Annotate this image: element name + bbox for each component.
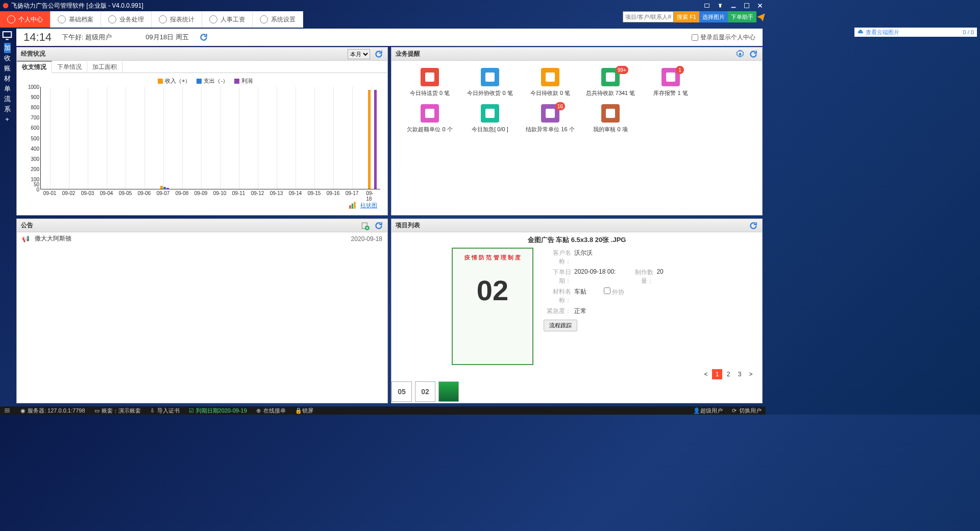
svg-rect-6	[3, 32, 12, 37]
reminder-item-3[interactable]: 99+总共待收款 7341 笔	[582, 68, 639, 97]
reminder-icon	[481, 104, 499, 123]
page-<[interactable]: <	[701, 369, 711, 379]
reminder-item-1[interactable]: 今日外协收货 0 笔	[462, 68, 518, 97]
reminder-item-7[interactable]: 16结款异常单位 16 个	[522, 104, 578, 133]
nav-item-0[interactable]: 个人中心	[0, 11, 51, 28]
sidebar-item-1[interactable]: 收	[4, 53, 11, 63]
svg-rect-14	[546, 73, 555, 82]
svg-rect-8	[349, 205, 351, 209]
project-pager: <123>	[701, 369, 756, 379]
nav-item-1[interactable]: 基础档案	[51, 11, 101, 28]
bar-chart: 0501002003004005006007008009001000 09-01…	[22, 87, 382, 199]
thumb-0[interactable]: 05	[391, 381, 412, 402]
sidebar-item-4[interactable]: 单	[4, 84, 11, 94]
menu-icon[interactable]	[4, 407, 10, 414]
win-skin-icon[interactable]	[703, 2, 710, 9]
search-button[interactable]: 搜索 F1	[674, 11, 699, 22]
win-shirt-icon[interactable]	[717, 2, 724, 9]
svg-rect-17	[425, 109, 434, 118]
page-3[interactable]: 3	[734, 369, 745, 379]
svg-rect-16	[666, 73, 675, 82]
reminder-item-6[interactable]: 今日加急[ 0/0 ]	[462, 104, 518, 133]
nav-item-5[interactable]: 系统设置	[253, 11, 303, 28]
refresh-header-icon[interactable]	[199, 33, 208, 42]
track-button[interactable]: 流程跟踪	[544, 320, 577, 331]
sidebar-monitor-icon[interactable]	[2, 30, 13, 41]
sidebar-item-7[interactable]: +	[4, 114, 11, 125]
panel-reminders: 业务提醒 今日待送货 0 笔今日外协收货 0 笔今日待收款 0 笔99+总共待收…	[391, 47, 763, 215]
order-assistant-button[interactable]: 下单助手	[728, 11, 756, 22]
nav-icon	[7, 15, 15, 23]
server-icon: ◉	[20, 408, 27, 414]
current-user[interactable]: 👤超级用户	[693, 407, 723, 415]
outsource-checkbox[interactable]	[604, 287, 610, 294]
page-1[interactable]: 1	[712, 369, 722, 379]
svg-rect-10	[354, 202, 355, 209]
win-min-icon[interactable]	[730, 2, 737, 9]
refresh-icon[interactable]	[374, 50, 383, 59]
online-order-button[interactable]: ⊕在线接单	[256, 407, 286, 415]
bar	[160, 186, 163, 189]
bar-chart-icon	[348, 201, 357, 210]
reminder-item-2[interactable]: 今日待收款 0 笔	[522, 68, 578, 97]
speaker-icon: 📢	[22, 235, 30, 243]
refresh-icon[interactable]	[749, 221, 758, 230]
sidebar-item-2[interactable]: 账	[4, 63, 11, 74]
reminder-item-8[interactable]: 我的审核 0 项	[582, 104, 639, 133]
project-preview-image[interactable]: 疫 情 防 范 管 理 制 度 02	[452, 248, 533, 365]
refresh-icon[interactable]	[749, 50, 758, 59]
tab-1[interactable]: 下单情况	[52, 61, 87, 73]
win-max-icon[interactable]	[743, 2, 750, 9]
lock-screen-button[interactable]: 🔒锁屏	[295, 407, 313, 415]
svg-rect-3	[745, 4, 749, 8]
panel-projects: 项目列表 金图广告 车贴 6.5x3.8 20张 .JPG 疫 情 防 范 管 …	[391, 219, 763, 403]
reminder-item-4[interactable]: 1库存报警 1 笔	[643, 68, 699, 97]
search-input[interactable]	[623, 11, 674, 22]
switch-user-button[interactable]: ⟳切换用户	[732, 407, 762, 415]
nav-icon	[209, 15, 217, 23]
nav-item-3[interactable]: 报表统计	[152, 11, 202, 28]
greeting: 下午好: 超级用户	[62, 33, 112, 42]
business-tabs: 收支情况下单情况加工面积	[17, 61, 387, 73]
refresh-icon[interactable]	[374, 221, 383, 230]
chart-type-link[interactable]: 柱状图	[360, 202, 377, 209]
bar	[166, 188, 169, 189]
page->[interactable]: >	[746, 369, 756, 379]
win-close-icon[interactable]	[756, 2, 764, 9]
gear-icon[interactable]	[736, 50, 745, 59]
sidebar-item-5[interactable]: 流	[4, 94, 11, 104]
paper-plane-icon[interactable]	[756, 11, 766, 22]
bar	[374, 90, 377, 189]
add-announce-icon[interactable]	[361, 221, 370, 230]
sidebar-item-0[interactable]: 加	[4, 43, 11, 53]
tab-0[interactable]: 收支情况	[17, 61, 52, 73]
svg-point-11	[739, 53, 742, 55]
left-sidebar: 加收账材单流系+	[0, 28, 14, 406]
book-icon: ▭	[94, 408, 101, 414]
app-title: 飞扬动力广告公司管理软件 [企业版 - V4.0.0.991]	[11, 2, 143, 10]
reminder-icon	[541, 68, 559, 86]
sidebar-item-3[interactable]: 材	[4, 74, 11, 84]
nav-icon	[159, 15, 167, 23]
scope-select[interactable]: 本月	[348, 49, 370, 59]
nav-item-2[interactable]: 业务处理	[101, 11, 152, 28]
panel-announce: 公告 📢撒大大阿斯顿2020-09-18	[16, 219, 388, 403]
panel-reminders-title: 业务提醒	[396, 50, 420, 58]
show-personal-checkbox[interactable]	[692, 34, 698, 41]
tab-2[interactable]: 加工面积	[87, 61, 122, 73]
reminder-item-5[interactable]: 欠款超额单位 0 个	[402, 104, 458, 133]
app-logo-icon	[2, 2, 9, 9]
page-2[interactable]: 2	[723, 369, 733, 379]
sidebar-item-6[interactable]: 系	[4, 104, 11, 114]
header-date: 09月18日 周五	[145, 33, 189, 42]
thumb-2[interactable]	[438, 381, 459, 402]
reminder-item-0[interactable]: 今日待送货 0 笔	[402, 68, 458, 97]
svg-rect-19	[546, 109, 555, 118]
nav-item-4[interactable]: 人事工资	[202, 11, 253, 28]
select-image-button[interactable]: 选择图片	[699, 11, 728, 22]
status-bar: ◉服务器: 127.0.0.1:7798 ▭账套：演示账套 ⇩导入证书 ☑到期日…	[0, 406, 766, 415]
bar	[163, 187, 166, 189]
announce-row[interactable]: 📢撒大大阿斯顿2020-09-18	[17, 232, 387, 245]
thumb-1[interactable]: 02	[415, 381, 435, 402]
import-cert-button[interactable]: ⇩导入证书	[150, 407, 180, 415]
